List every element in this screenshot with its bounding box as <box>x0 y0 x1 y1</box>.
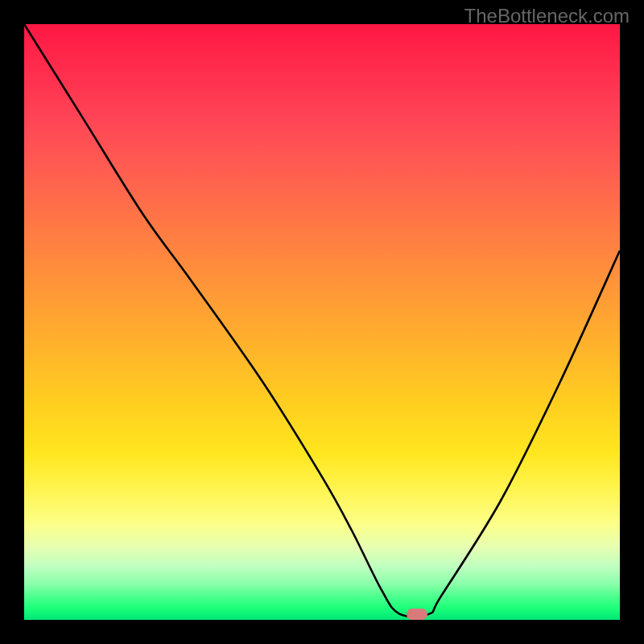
optimal-point-marker <box>407 609 427 620</box>
bottleneck-curve-svg <box>24 24 620 620</box>
bottleneck-curve-path <box>24 24 620 617</box>
plot-area <box>24 24 620 620</box>
watermark-text: TheBottleneck.com <box>464 5 630 27</box>
